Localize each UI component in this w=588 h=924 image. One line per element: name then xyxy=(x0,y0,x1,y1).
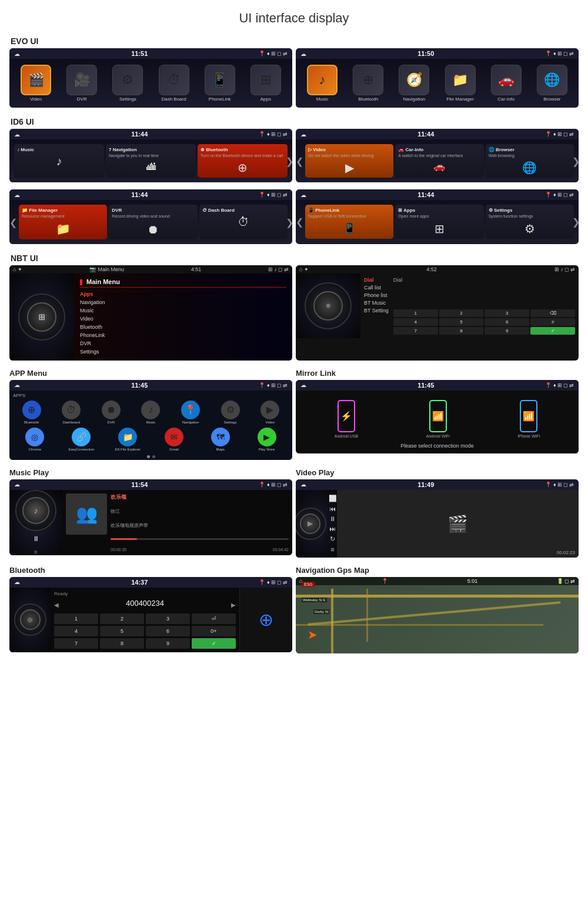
bt-num-6[interactable]: 6 xyxy=(146,626,190,636)
id6-r1l-next-arrow[interactable]: ❯ xyxy=(286,155,292,166)
nbt-btn-3[interactable]: 3 xyxy=(485,309,529,317)
id6-r1r-next-arrow[interactable]: ❯ xyxy=(572,155,579,166)
nbt-dial-btsetting[interactable]: BT Setting xyxy=(364,308,389,313)
app-chrome-item[interactable]: ◎ Chrome xyxy=(13,428,57,451)
evo-app-carinfo[interactable]: 🚗 Car-Info xyxy=(491,65,522,102)
bt-num-9[interactable]: 9 xyxy=(146,638,190,649)
bt-num-7[interactable]: 7 xyxy=(54,638,98,649)
bt-num-3[interactable]: 3 xyxy=(146,613,190,624)
nbt-menu-music[interactable]: Music xyxy=(80,306,286,315)
app-esfile-item[interactable]: 📁 ES File Explorer xyxy=(106,428,150,451)
evo-app-navigation[interactable]: 🧭 Navigation xyxy=(399,65,429,102)
nbt-menu-phonelink[interactable]: PhoneLink xyxy=(80,331,286,339)
id6-filemanager-item[interactable]: 📁 File Manager Resource management 📁 xyxy=(19,205,107,239)
nbt-btn-9[interactable]: 9 xyxy=(485,327,529,335)
nbt-btn-2[interactable]: 2 xyxy=(439,309,484,317)
bt-num-4[interactable]: 4 xyxy=(54,626,98,636)
nbt-menu-bluetooth[interactable]: Bluetooth xyxy=(80,323,286,331)
video-repeat-btn[interactable]: ↻ xyxy=(330,535,335,543)
bt-num-5[interactable]: 5 xyxy=(100,626,144,636)
mirror-android-wifi[interactable]: 📶 Android WiFi xyxy=(426,400,450,438)
nbt-dial-phonelist[interactable]: Phone list xyxy=(364,292,389,298)
nbt-btn-7[interactable]: 7 xyxy=(393,327,438,335)
nbt-btn-8[interactable]: 8 xyxy=(439,327,484,335)
evo-app-dvr[interactable]: 🎥 DVR xyxy=(66,65,97,102)
id6-r2l-prev-arrow[interactable]: ❮ xyxy=(9,216,17,228)
music-play-btn[interactable]: ⏸ xyxy=(32,535,39,543)
video-inner-knob[interactable]: ▶ xyxy=(300,513,320,534)
evo-app-video[interactable]: 🎬 Video xyxy=(21,65,51,102)
app-dashboard-item[interactable]: ⏱ Dashboard xyxy=(53,401,91,424)
id6-apps-item[interactable]: ⊞ Apps Open more apps ⊞ xyxy=(395,205,483,238)
nbt-dial-active[interactable]: Dial xyxy=(364,277,389,283)
app-video-item[interactable]: ▶ Video xyxy=(251,401,289,424)
app-music-item[interactable]: ♪ Music xyxy=(132,401,170,424)
app-settings-item[interactable]: ⚙ Settings xyxy=(212,401,249,424)
video-next-btn[interactable]: ⏭ xyxy=(329,525,336,532)
bt-num-2[interactable]: 2 xyxy=(100,613,144,624)
nbt-btn-1[interactable]: 1 xyxy=(393,309,438,317)
id6-r2r-prev-arrow[interactable]: ❮ xyxy=(296,216,303,228)
evo-app-phonelink[interactable]: 📱 PhoneLink xyxy=(205,65,235,102)
id6-video-item[interactable]: ▷ Video Do not watch the video while dri… xyxy=(305,144,393,178)
id6-music-item[interactable]: ♪ Music ♪ xyxy=(14,144,104,178)
nbt-menu-navigation[interactable]: Navigation xyxy=(80,298,286,306)
nbt-btn-hash[interactable]: # xyxy=(530,318,575,326)
bt-inner-knob[interactable]: ⊕ xyxy=(20,609,41,630)
bt-num-enter[interactable]: ⏎ xyxy=(192,613,236,624)
bt-num-8[interactable]: 8 xyxy=(100,638,144,649)
evo-app-dashboard[interactable]: ⏱ Dash Board xyxy=(159,65,189,102)
app-playstore-item[interactable]: ▶ Play Store xyxy=(245,428,289,451)
evo-app-apps[interactable]: ⊞ Apps xyxy=(250,65,281,102)
app-dvr-item[interactable]: ⏺ DVR xyxy=(92,401,130,424)
video-screen-icon[interactable]: ⬜ xyxy=(329,495,337,502)
music-inner-knob[interactable]: ♪ xyxy=(22,497,49,524)
mirror-android-usb[interactable]: ⚡ Android USB xyxy=(335,400,358,438)
id6-r2l-next-arrow[interactable]: ❯ xyxy=(286,216,292,228)
nbt-right-inner-knob[interactable]: ⊕ xyxy=(313,291,343,321)
id6-browser-item[interactable]: 🌐 Browser Web browsing 🌐 xyxy=(486,144,574,178)
evo-app-settings[interactable]: ⚙ Settings xyxy=(112,65,143,102)
nbt-menu-settings[interactable]: Settings xyxy=(80,348,286,356)
app-easyconnection-item[interactable]: 🔗 EasyConnection xyxy=(59,428,103,451)
nbt-btn-5[interactable]: 5 xyxy=(439,318,484,326)
bt-num-0plus[interactable]: 0+ xyxy=(192,626,236,636)
app-gmail-item[interactable]: ✉ Gmail xyxy=(152,428,196,451)
id6-dvr-item[interactable]: DVR Record driving video and sound ⏺ xyxy=(109,205,197,239)
video-prev-btn[interactable]: ⏮ xyxy=(329,505,336,512)
nbt-menu-apps[interactable]: Apps xyxy=(80,290,286,298)
nbt-menu-video[interactable]: Video xyxy=(80,315,286,323)
video-list-btn[interactable]: ≡ xyxy=(330,546,334,553)
nbt-inner-knob[interactable]: ⊞ xyxy=(27,302,56,332)
nbt-btn-del[interactable]: ⌫ xyxy=(530,309,575,317)
id6-phonelink-item[interactable]: 📱 PhoneLink Support USB or Wifi connecti… xyxy=(305,205,393,238)
nbt-dial-btmusic[interactable]: BT Music xyxy=(364,300,389,306)
nbt-menu-dvr[interactable]: DVR xyxy=(80,339,286,348)
bt-num-1[interactable]: 1 xyxy=(54,613,98,624)
mirror-iphone-wifi[interactable]: 📶 iPhone WiFi xyxy=(517,400,540,438)
app-maps-item[interactable]: 🗺 Maps xyxy=(198,428,242,451)
evo-app-bluetooth[interactable]: ⊕ Bluetooth xyxy=(353,65,383,102)
id6-r2r-next-arrow[interactable]: ❯ xyxy=(572,216,579,228)
id6-navigation-item[interactable]: 7 Navigation Navigate to you in real tim… xyxy=(106,144,196,178)
music-progress-bar[interactable] xyxy=(111,538,289,540)
id6-dashboard-item[interactable]: ⏱ Dash Board ⏱ xyxy=(199,205,288,239)
id6-carinfo-item[interactable]: 🚗 Car-Info A switch to the original car … xyxy=(395,144,483,178)
nbt-btn-4[interactable]: 4 xyxy=(393,318,438,326)
app-navigation-item[interactable]: 📍 Navigation xyxy=(172,401,209,424)
video-play-btn[interactable]: ⏸ xyxy=(329,515,336,522)
bt-num-call[interactable]: ✓ xyxy=(192,638,236,649)
bt-next-btn[interactable]: ▶ xyxy=(231,602,236,608)
nbt-dial-calllist[interactable]: Call list xyxy=(364,285,389,291)
nbt-btn-call[interactable]: ✓ xyxy=(530,327,575,335)
evo-app-filemanager[interactable]: 📁 File Manager xyxy=(445,65,476,102)
bt-prev-btn[interactable]: ◀ xyxy=(54,602,59,608)
id6-settings-item[interactable]: ⚙ Settings System function settings ⚙ xyxy=(486,205,574,238)
evo-app-browser[interactable]: 🌐 Browser xyxy=(537,65,567,102)
id6-bluetooth-item[interactable]: ⊕ Bluetooth Turn on the Bluetooth device… xyxy=(198,144,288,178)
id6-r1r-prev-arrow[interactable]: ❮ xyxy=(296,155,303,166)
music-list-icon[interactable]: ≡ xyxy=(34,549,38,555)
nbt-btn-6[interactable]: 6 xyxy=(485,318,529,326)
evo-app-music[interactable]: ♪ Music xyxy=(307,65,338,102)
app-bluetooth-item[interactable]: ⊕ Bluetooth xyxy=(13,401,51,424)
